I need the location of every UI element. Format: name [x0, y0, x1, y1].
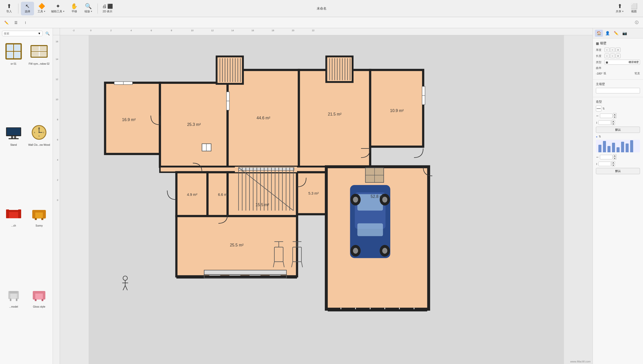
svg-rect-12 — [40, 52, 47, 56]
width-row: ↔ ▲ ▼ — [596, 113, 640, 118]
search-box[interactable]: ▼ — [2, 31, 43, 36]
height2-input[interactable] — [598, 162, 611, 166]
floor-plan[interactable]: 16.9 m² 25.3 m² 44.6 m² 21.5 m² 10.9 m² … — [60, 35, 593, 364]
width2-input[interactable] — [600, 155, 613, 159]
assist-icon: ✦ — [56, 4, 60, 9]
type-dropdown[interactable]: ▦ 楼层墙壁 — [604, 60, 640, 65]
assist-label: 辅助工具 — [51, 10, 62, 13]
sidebar-item-wallclock[interactable]: 12 6 9 3 Wall Clo...ow Wood — [27, 121, 51, 201]
view2d-button[interactable]: 🖨 ⬛ 2D 表示 — [100, 2, 115, 15]
width2-icon: ↔ — [596, 155, 599, 159]
assist-button[interactable]: ✦ 辅助工具 ▼ — [49, 2, 67, 15]
zoom-button[interactable]: 🔍 缩放 ▼ — [82, 2, 95, 15]
arc-label: 弧 — [603, 71, 606, 75]
sidebar-item-model-img — [4, 284, 24, 304]
height-spinbox: ▲ ▼ — [598, 120, 615, 125]
width2-up-arrow[interactable]: ▲ — [613, 154, 617, 157]
rp-camera-icon-button[interactable]: 📷 — [621, 30, 629, 37]
width-input[interactable] — [600, 114, 613, 118]
sidebar-item-wallclock-img: 12 6 9 3 — [29, 122, 49, 142]
import-button[interactable]: ⬆ 导入 — [3, 2, 16, 15]
height-down-arrow[interactable]: ▼ — [612, 123, 615, 125]
pen-icon: ✏️ — [4, 21, 9, 25]
sidebar-item-tvstand[interactable]: Stand — [2, 121, 26, 201]
type-label: 类型 — [596, 60, 603, 64]
sidebar-item-model-label: ...model — [9, 305, 18, 308]
thickness-plus-btn[interactable]: + — [616, 48, 621, 52]
ruler-mark: 18 — [272, 29, 274, 32]
svg-rect-42 — [16, 299, 17, 301]
zoom-label: 缩放 — [84, 10, 90, 13]
height-input[interactable] — [598, 120, 611, 125]
height2-spinbox: ▲ ▼ — [598, 161, 615, 166]
rp-person-icon-button[interactable]: 👤 — [603, 30, 612, 37]
share-arrow-icon: ▼ — [622, 10, 624, 13]
divider-button[interactable]: ⁞ — [21, 19, 30, 26]
height2-down-arrow[interactable]: ▼ — [612, 164, 615, 166]
pen-button[interactable]: ✏️ — [2, 19, 11, 26]
type-icon: ▦ — [606, 61, 608, 64]
sidebar-item-couch[interactable]: ...ch — [2, 202, 26, 282]
sidebar-item-window01-img — [4, 41, 24, 61]
shape-line-icon[interactable]: — — [596, 105, 601, 112]
list-button[interactable]: ☰ — [12, 19, 20, 26]
ruler-top: -2 0 2 4 6 8 10 12 14 16 18 20 22 — [60, 28, 593, 35]
tools-button[interactable]: 🔶 工具 ▼ — [35, 2, 48, 15]
curvature-label: 曲率 — [596, 66, 603, 70]
watermark: www.MacW.com — [570, 360, 591, 363]
sidebar-item-window01[interactable]: or 01 — [2, 40, 26, 120]
secondary-toolbar: ✏️ ☰ ⁞ ⓘ — [0, 17, 643, 28]
search-icon-button[interactable]: 🔍 — [44, 30, 51, 37]
shape-section: 造型 — ⇅ ↔ ▲ ▼ ↕ — [593, 97, 643, 177]
view-button[interactable]: ⬜ 视图 — [627, 2, 640, 15]
default-button-2[interactable]: 默认 — [596, 168, 640, 174]
dropdown-arrow-icon[interactable]: ▼ — [38, 32, 41, 35]
rp-pen-icon-button[interactable]: ✏️ — [612, 30, 620, 37]
ruler-mark-left: 10 — [56, 98, 58, 101]
sidebar-item-sunny[interactable]: Sunny — [27, 202, 51, 282]
rp-home-icon-button[interactable]: 🏠 — [595, 30, 603, 37]
width2-spinbox: ▲ ▼ — [600, 154, 617, 160]
thickness-controls: − − + — [604, 48, 640, 52]
width-up-arrow[interactable]: ▲ — [613, 113, 617, 116]
toolbar-sep-2 — [98, 4, 98, 14]
length-plus-btn[interactable]: + — [616, 54, 621, 58]
default-button-1[interactable]: 默认 — [596, 127, 640, 133]
length-mid-btn[interactable]: − — [610, 54, 615, 58]
height-up-arrow[interactable]: ▲ — [612, 120, 615, 122]
import-icon: ⬆ — [7, 4, 11, 9]
sidebar-item-window02[interactable]: FW sym...ndow 02 — [27, 40, 51, 120]
svg-point-22 — [39, 132, 40, 133]
width-spinbox: ▲ ▼ — [600, 113, 617, 118]
ruler-mark: 20 — [292, 29, 294, 32]
svg-rect-114 — [328, 308, 427, 312]
canvas-area[interactable]: -2 0 2 4 6 8 10 12 14 16 18 20 22 16 14 … — [53, 28, 593, 364]
sidebar-item-glossstyle[interactable]: Gloss style — [27, 283, 51, 363]
sidebar-item-tvstand-img — [4, 122, 24, 142]
assist-arrow-icon: ▼ — [63, 10, 65, 13]
main-toolbar: 未命名 ⬆ 导入 ↖ 选择 🔶 工具 ▼ ✦ 辅助工具 ▼ ✋ 平移 🔍 — [0, 0, 643, 17]
share-button[interactable]: ⬆ 共享 ▼ — [613, 2, 626, 15]
ruler-mark: 10 — [191, 29, 194, 32]
move-button[interactable]: ✋ 平移 — [68, 2, 81, 15]
main-layout: ▼ 🔍 or 01 — [0, 28, 643, 364]
info-icon: ⓘ — [635, 20, 638, 25]
area-label-r6: 4.9 m² — [187, 193, 197, 197]
sidebar-item-window02-label: FW sym...ndow 02 — [29, 62, 50, 65]
main-wall-color-picker[interactable] — [596, 88, 640, 93]
thickness-mid-btn[interactable]: − — [610, 48, 615, 52]
search-input[interactable] — [4, 32, 37, 35]
thickness-minus-btn[interactable]: − — [604, 48, 609, 52]
sidebar-item-wallclock-label: Wall Clo...ow Wood — [28, 143, 50, 146]
length-minus-btn[interactable]: − — [604, 54, 609, 58]
width2-down-arrow[interactable]: ▼ — [613, 157, 617, 160]
width-down-arrow[interactable]: ▼ — [613, 116, 617, 118]
height2-up-arrow[interactable]: ▲ — [612, 161, 615, 164]
ruler-mark: -2 — [73, 29, 75, 32]
select-button[interactable]: ↖ 选择 — [21, 2, 34, 15]
view2d-print-icon: 🖨 — [102, 4, 107, 9]
sidebar-item-model[interactable]: ...model — [2, 283, 26, 363]
ruler-mark-left: 12 — [56, 78, 58, 81]
sidebar-search-area: ▼ 🔍 — [0, 28, 53, 39]
info-button[interactable]: ⓘ — [632, 19, 641, 26]
